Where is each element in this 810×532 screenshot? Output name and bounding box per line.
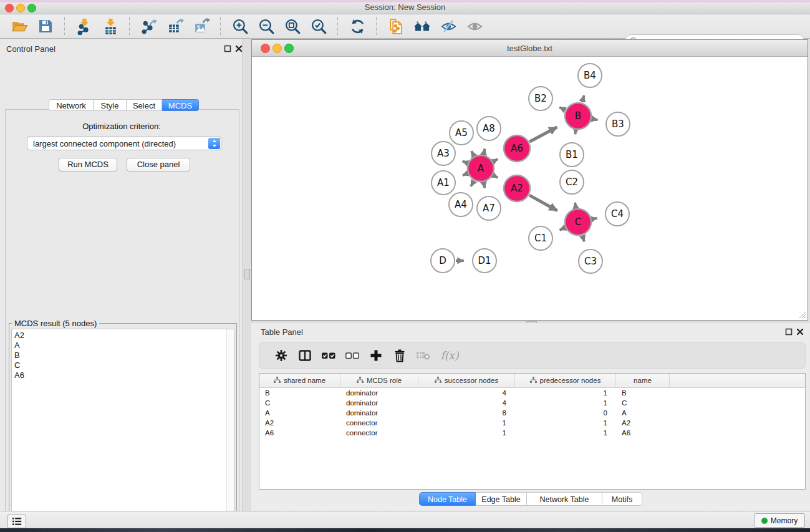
column-header-successor-nodes[interactable]: successor nodes <box>418 374 515 387</box>
cybrowser-home-button[interactable] <box>413 17 432 36</box>
close-table-panel-icon[interactable] <box>796 328 804 336</box>
close-panel-icon[interactable] <box>235 45 243 52</box>
zoom-fit-button[interactable] <box>283 17 302 36</box>
column-header-MCDS-role[interactable]: MCDS role <box>340 374 418 387</box>
mcds-result-item[interactable]: A <box>12 341 234 351</box>
task-history-button[interactable] <box>7 515 26 528</box>
window-resize-grip[interactable] <box>798 311 806 319</box>
node-C3[interactable]: C3 <box>579 249 602 273</box>
table-row[interactable]: A6connector11A6 <box>259 428 805 438</box>
edge-B-B4[interactable] <box>582 95 584 102</box>
node-C4[interactable]: C4 <box>605 202 629 226</box>
node-A5[interactable]: A5 <box>450 121 473 145</box>
node-D[interactable]: D <box>431 249 455 273</box>
mcds-result-list[interactable]: A2ABCA6 <box>11 329 234 532</box>
export-table-button[interactable] <box>166 17 185 36</box>
function-builder-button[interactable]: f(x) <box>435 347 464 364</box>
open-file-button[interactable] <box>10 17 29 36</box>
float-table-panel-icon[interactable] <box>785 328 793 336</box>
mcds-result-item[interactable]: A2 <box>12 331 234 341</box>
node-A8[interactable]: A8 <box>477 117 501 140</box>
tab-network-table[interactable]: Network Table <box>527 492 602 506</box>
show-column-button[interactable] <box>293 347 317 364</box>
show-eye-button[interactable] <box>465 17 484 36</box>
save-session-button[interactable] <box>36 17 55 36</box>
delete-table-button[interactable] <box>412 347 435 364</box>
node-B1[interactable]: B1 <box>560 143 584 167</box>
node-C1[interactable]: C1 <box>529 226 552 250</box>
export-network-button[interactable] <box>140 17 158 36</box>
table-row[interactable]: Bdominator41B <box>259 388 805 398</box>
node-B[interactable]: B <box>565 103 591 129</box>
export-image-button[interactable] <box>192 17 211 36</box>
zoom-out-button[interactable] <box>257 17 276 36</box>
node-D1[interactable]: D1 <box>473 249 496 273</box>
unselect-all-button[interactable] <box>340 347 364 364</box>
mcds-result-item[interactable]: B <box>12 351 234 360</box>
zoom-selected-button[interactable] <box>309 17 328 36</box>
table-settings-button[interactable] <box>269 347 293 364</box>
run-mcds-button[interactable]: Run MCDS <box>59 158 117 172</box>
node-B3[interactable]: B3 <box>606 112 630 136</box>
edge-C-C1[interactable] <box>560 228 565 230</box>
node-B2[interactable]: B2 <box>529 87 552 110</box>
tab-select[interactable]: Select <box>127 99 162 111</box>
edge-A2-C[interactable] <box>529 195 557 211</box>
float-panel-icon[interactable] <box>224 45 231 52</box>
tab-style[interactable]: Style <box>94 99 127 111</box>
tab-node-table[interactable]: Node Table <box>419 492 476 506</box>
tab-motifs[interactable]: Motifs <box>602 492 642 506</box>
import-table-button[interactable] <box>101 17 120 36</box>
column-header-name[interactable]: name <box>616 374 670 387</box>
node-B4[interactable]: B4 <box>578 64 602 87</box>
tab-network[interactable]: Network <box>49 99 94 111</box>
memory-button[interactable]: Memory <box>754 513 805 528</box>
delete-column-button[interactable] <box>388 347 412 364</box>
table-row[interactable]: Adominator80A <box>259 408 805 418</box>
edge-A-A3[interactable] <box>463 161 468 163</box>
edge-A-A6[interactable] <box>493 159 498 162</box>
node-C[interactable]: C <box>565 209 591 235</box>
node-A1[interactable]: A1 <box>432 171 455 195</box>
create-column-button[interactable] <box>364 347 388 364</box>
node-A6[interactable]: A6 <box>504 135 530 162</box>
edge-A-A2[interactable] <box>493 175 498 178</box>
mcds-result-scrollbar[interactable] <box>226 329 234 532</box>
network-window-titlebar[interactable]: testGlobe.txt <box>252 40 808 57</box>
tab-edge-table[interactable]: Edge Table <box>476 492 527 506</box>
tab-mcds[interactable]: MCDS <box>162 99 199 111</box>
node-A[interactable]: A <box>468 155 494 181</box>
close-panel-button[interactable]: Close panel <box>127 158 190 172</box>
edge-C-C2[interactable] <box>575 203 576 208</box>
node-A4[interactable]: A4 <box>449 193 473 216</box>
edge-C-C3[interactable] <box>582 236 584 242</box>
refresh-button[interactable] <box>348 17 367 36</box>
network-canvas[interactable]: B4B2BB3A5A8A6B1A3AC2A1A2A4A7C4CC1C3DD1 <box>252 57 808 320</box>
edge-A-A5[interactable] <box>471 151 474 156</box>
edge-B-B1[interactable] <box>575 130 576 135</box>
network-graph[interactable]: B4B2BB3A5A8A6B1A3AC2A1A2A4A7C4CC1C3DD1 <box>252 57 808 320</box>
table-row[interactable]: Cdominator41C <box>259 398 805 408</box>
zoom-in-button[interactable] <box>231 17 249 36</box>
column-header-shared-name[interactable]: shared name <box>259 374 340 387</box>
mcds-result-item[interactable]: C <box>12 360 234 370</box>
edge-B-B2[interactable] <box>559 107 565 110</box>
table-row[interactable]: A2connector11A2 <box>259 418 805 428</box>
edge-C-C4[interactable] <box>592 218 597 220</box>
hide-glasses-button[interactable] <box>439 17 458 36</box>
edge-A-A4[interactable] <box>471 181 474 186</box>
node-A7[interactable]: A7 <box>477 196 501 220</box>
network-from-file-button[interactable] <box>387 17 405 36</box>
criterion-dropdown[interactable]: largest connected component (directed) <box>27 137 221 150</box>
node-C2[interactable]: C2 <box>560 170 584 194</box>
mcds-result-item[interactable]: A6 <box>12 370 234 380</box>
edge-A-A7[interactable] <box>484 183 485 188</box>
edge-A6-B[interactable] <box>529 127 557 142</box>
edge-B-B3[interactable] <box>592 119 598 120</box>
import-network-button[interactable] <box>75 17 94 36</box>
edge-A-A8[interactable] <box>484 149 485 155</box>
vertical-splitter-handle[interactable] <box>244 269 250 279</box>
select-all-button[interactable] <box>317 347 340 364</box>
node-A3[interactable]: A3 <box>432 142 455 165</box>
edge-A-A1[interactable] <box>463 173 468 175</box>
